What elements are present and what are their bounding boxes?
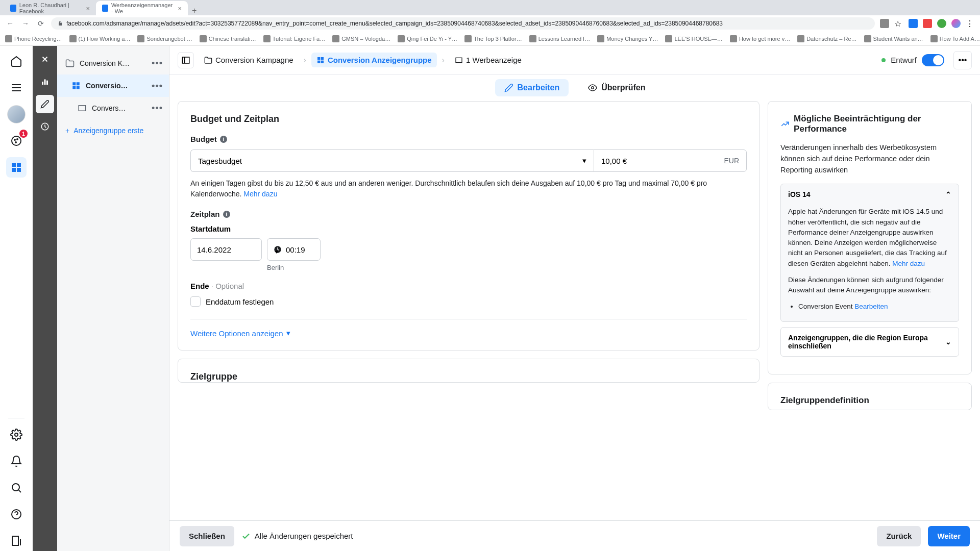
performance-text: Veränderungen innerhalb des Werbeökosyst…	[780, 142, 959, 176]
avatar[interactable]	[6, 104, 27, 124]
svg-point-3	[15, 142, 16, 143]
forward-button[interactable]: →	[20, 18, 31, 29]
close-icon[interactable]: ×	[178, 5, 182, 12]
history-button[interactable]	[36, 117, 54, 136]
extension-icon[interactable]	[880, 19, 889, 28]
divider	[190, 319, 747, 319]
more-button[interactable]: •••	[953, 51, 972, 69]
notifications-button[interactable]	[6, 451, 27, 471]
more-link[interactable]: Mehr dazu	[243, 190, 277, 198]
save-status: Alle Änderungen gespeichert	[241, 532, 353, 541]
extension-icon[interactable]	[909, 19, 918, 28]
bookmark-favicon	[200, 35, 207, 42]
bookmark[interactable]: Student Wants an…	[864, 35, 923, 42]
notification-badge: 1	[19, 130, 28, 138]
expand-options-link[interactable]: Weitere Optionen anzeigen ▾	[190, 329, 747, 338]
bookmark[interactable]: (1) How Working a…	[69, 35, 131, 42]
chart-button[interactable]	[36, 72, 54, 91]
svg-rect-19	[77, 86, 80, 89]
svg-point-28	[592, 87, 594, 89]
breadcrumb-ad[interactable]: 1 Werbeanzeige	[450, 53, 527, 67]
tree-item-campaign[interactable]: Conversion K… •••	[57, 52, 169, 74]
grid-icon	[316, 56, 325, 64]
help-button[interactable]	[6, 504, 27, 524]
card-title: Zielgruppendefinition	[780, 395, 959, 406]
star-icon[interactable]: ☆	[894, 19, 903, 28]
bookmark[interactable]: Phone Recycling…	[5, 35, 62, 42]
next-button[interactable]: Weiter	[928, 526, 970, 546]
close-button[interactable]	[36, 50, 54, 68]
info-icon[interactable]: i	[220, 136, 227, 143]
bookmark[interactable]: How to get more v…	[730, 35, 790, 42]
lock-icon	[57, 20, 63, 27]
editor-nav	[33, 46, 57, 551]
tree-item-ad[interactable]: Convers… •••	[57, 97, 169, 119]
back-button[interactable]: ←	[5, 18, 15, 29]
more-icon[interactable]: •••	[152, 81, 163, 91]
svg-rect-26	[321, 60, 324, 63]
end-date-checkbox[interactable]	[190, 296, 201, 307]
bookmark[interactable]: Chinese translati…	[200, 35, 256, 42]
start-date-input[interactable]: 14.6.2022	[190, 238, 262, 261]
panel-toggle-button[interactable]	[178, 52, 194, 68]
bookmark[interactable]: GMSN – Vologda…	[332, 35, 390, 42]
bookmark[interactable]: Money Changes Y…	[597, 35, 658, 42]
breadcrumb-adset[interactable]: Conversion Anzeigengruppe	[311, 53, 437, 67]
folder-icon	[65, 59, 75, 68]
bookmark[interactable]: Tutorial: Eigene Fa…	[263, 35, 326, 42]
search-button[interactable]	[6, 478, 27, 498]
breadcrumb-campaign[interactable]: Conversion Kampagne	[199, 53, 299, 67]
settings-button[interactable]	[6, 424, 27, 445]
plus-icon: +	[65, 127, 69, 135]
active-toggle[interactable]	[922, 54, 944, 66]
extension-icon[interactable]	[923, 19, 932, 28]
bookmark[interactable]: Qing Fei De Yi - Y…	[398, 35, 457, 42]
close-button[interactable]: Schließen	[180, 526, 234, 546]
chevron-down-icon: ▾	[582, 156, 586, 165]
menu-button[interactable]	[6, 78, 27, 98]
trend-icon	[780, 119, 790, 129]
edit-button[interactable]	[36, 95, 54, 113]
grid-button[interactable]	[6, 157, 27, 178]
add-adset-button[interactable]: + Anzeigengruppe erste	[57, 119, 169, 142]
card-title-row: Mögliche Beeinträchtigung der Performanc…	[780, 114, 959, 134]
bookmark[interactable]: Lessons Learned f…	[529, 35, 591, 42]
bookmark-favicon	[332, 35, 339, 42]
browser-tab[interactable]: Leon R. Chaudhari | Facebook ×	[4, 1, 96, 15]
budget-type-select[interactable]: Tagesbudget ▾	[190, 149, 594, 172]
accordion-header[interactable]: Anzeigengruppen, die die Region Europa e…	[781, 328, 959, 356]
url-field[interactable]: facebook.com/adsmanager/manage/adsets/ed…	[51, 17, 875, 30]
report-button[interactable]	[6, 531, 27, 551]
bookmark[interactable]: LEE'S HOUSE—…	[665, 35, 722, 42]
info-icon[interactable]: i	[223, 211, 230, 218]
tab-review[interactable]: Überprüfen	[579, 79, 654, 96]
edit-link[interactable]: Bearbeiten	[854, 303, 888, 310]
browser-tab-active[interactable]: Werbeanzeigenmanager - We ×	[96, 1, 188, 15]
bookmark-favicon	[5, 35, 12, 42]
new-tab-button[interactable]: +	[188, 6, 201, 15]
more-link[interactable]: Mehr dazu	[892, 260, 925, 267]
bookmark[interactable]: Sonderangebot …	[137, 35, 192, 42]
back-button[interactable]: Zurück	[877, 526, 921, 546]
check-icon	[241, 532, 251, 541]
svg-rect-16	[72, 82, 76, 85]
bookmark[interactable]: Datenschutz – Re…	[797, 35, 856, 42]
more-icon[interactable]: •••	[152, 58, 163, 69]
start-date-label: Startdatum	[190, 224, 747, 233]
tree-item-adset[interactable]: Conversio… •••	[57, 74, 169, 97]
accordion-header[interactable]: iOS 14 ⌃	[781, 184, 959, 205]
cookie-icon[interactable]: 1	[6, 131, 27, 151]
close-icon[interactable]: ×	[86, 5, 90, 12]
profile-icon[interactable]	[951, 19, 961, 28]
menu-icon[interactable]: ⋮	[966, 19, 975, 28]
reload-button[interactable]: ⟳	[36, 18, 46, 29]
save-status-text: Alle Änderungen gespeichert	[255, 532, 353, 540]
svg-rect-24	[321, 57, 324, 60]
bookmark[interactable]: The Top 3 Platfor…	[464, 35, 522, 42]
budget-amount-input[interactable]: 10,00 € EUR	[594, 149, 747, 172]
tab-edit[interactable]: Bearbeiten	[495, 79, 569, 96]
home-button[interactable]	[6, 51, 27, 71]
more-icon[interactable]: •••	[152, 103, 163, 114]
bookmark[interactable]: How To Add A…	[930, 35, 980, 42]
extension-icon[interactable]	[937, 19, 946, 28]
